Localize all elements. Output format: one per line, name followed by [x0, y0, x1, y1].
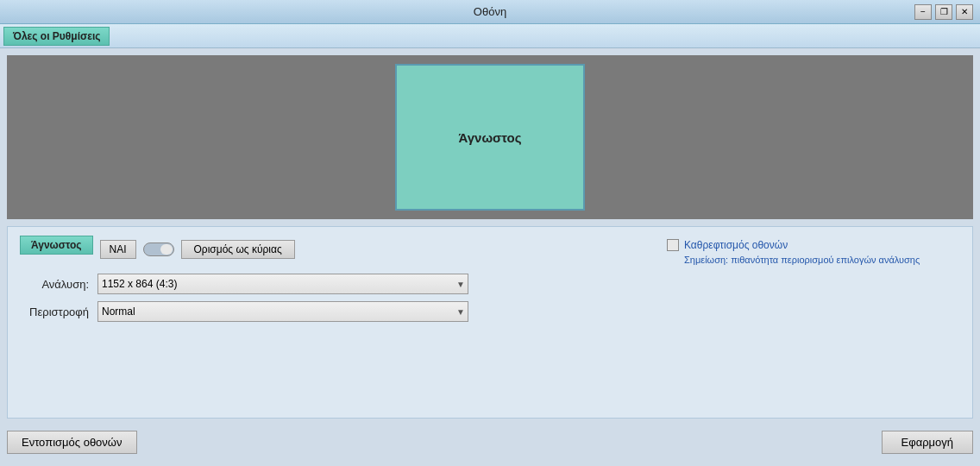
main-content: Άγνωστος Άγνωστος ΝΑΙ Ορισμός ως κύριας …	[0, 48, 980, 466]
action-row: Εντοπισμός οθονών Εφαρμογή	[7, 425, 973, 459]
monitor-header-row: Άγνωστος ΝΑΙ Ορισμός ως κύριας	[20, 236, 656, 263]
settings-row: Άγνωστος ΝΑΙ Ορισμός ως κύριας Ανάλυση: …	[20, 236, 960, 329]
rotation-select[interactable]: Normal 90° 180° 270°	[97, 301, 468, 322]
resolution-label: Ανάλυση:	[20, 278, 97, 291]
set-primary-button[interactable]: Ορισμός ως κύριας	[181, 240, 295, 259]
menu-bar: Όλες οι Ρυθμίσεις	[0, 24, 980, 48]
rotation-select-wrapper: Normal 90° 180° 270° ▼	[97, 301, 468, 322]
mirror-row: Καθρεφτισμός οθονών	[667, 239, 960, 251]
settings-panel: Άγνωστος ΝΑΙ Ορισμός ως κύριας Ανάλυση: …	[7, 226, 973, 419]
title-bar: Οθόνη − ❐ ✕	[0, 0, 980, 24]
monitor-preview-label: Άγνωστος	[458, 130, 521, 145]
window-title: Οθόνη	[474, 5, 506, 18]
close-button[interactable]: ✕	[956, 4, 973, 20]
window-controls: − ❐ ✕	[914, 4, 973, 20]
resolution-select[interactable]: 1152 x 864 (4:3) 1024 x 768 (4:3) 800 x …	[97, 274, 468, 294]
restore-button[interactable]: ❐	[935, 4, 952, 20]
settings-right: Καθρεφτισμός οθονών Σημείωση: πιθανότητα…	[667, 236, 960, 265]
monitor-preview-box: Άγνωστος	[395, 64, 585, 211]
resolution-row: Ανάλυση: 1152 x 864 (4:3) 1024 x 768 (4:…	[20, 274, 656, 294]
all-settings-menu[interactable]: Όλες οι Ρυθμίσεις	[3, 27, 110, 46]
rotation-label: Περιστροφή	[20, 305, 97, 318]
resolution-select-wrapper: 1152 x 864 (4:3) 1024 x 768 (4:3) 800 x …	[97, 274, 468, 294]
settings-left: Άγνωστος ΝΑΙ Ορισμός ως κύριας Ανάλυση: …	[20, 236, 656, 329]
toggle-slider[interactable]	[143, 242, 174, 256]
apply-button[interactable]: Εφαρμογή	[882, 431, 973, 454]
display-preview-area: Άγνωστος	[7, 55, 973, 219]
mirror-label: Καθρεφτισμός οθονών	[684, 239, 788, 251]
detect-screens-button[interactable]: Εντοπισμός οθονών	[7, 431, 137, 454]
yes-button[interactable]: ΝΑΙ	[100, 240, 136, 259]
rotation-row: Περιστροφή Normal 90° 180° 270° ▼	[20, 301, 656, 322]
minimize-button[interactable]: −	[914, 4, 932, 20]
mirror-note: Σημείωση: πιθανότητα περιορισμού επιλογώ…	[684, 255, 960, 265]
mirror-checkbox[interactable]	[667, 239, 679, 251]
mirror-area: Καθρεφτισμός οθονών Σημείωση: πιθανότητα…	[667, 239, 960, 265]
monitor-badge: Άγνωστος	[20, 236, 93, 255]
